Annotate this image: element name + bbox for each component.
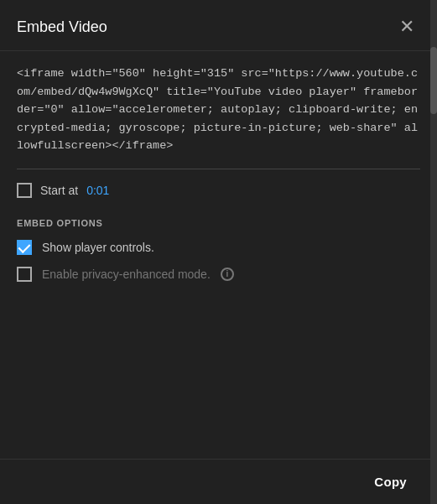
close-icon: ✕ bbox=[399, 16, 414, 38]
scrollbar-track bbox=[430, 0, 437, 504]
embed-code-text[interactable]: <iframe width="560" height="315" src="ht… bbox=[17, 65, 420, 169]
start-at-label: Start at bbox=[40, 184, 78, 197]
start-at-time[interactable]: 0:01 bbox=[86, 184, 109, 197]
close-button[interactable]: ✕ bbox=[393, 13, 420, 40]
show-controls-row: Show player controls. bbox=[17, 240, 420, 255]
modal-body: <iframe width="560" height="315" src="ht… bbox=[0, 51, 437, 459]
modal-footer: Copy bbox=[0, 459, 437, 504]
scrollbar-thumb[interactable] bbox=[430, 47, 437, 114]
start-at-row: Start at 0:01 bbox=[17, 183, 420, 198]
modal-title: Embed Video bbox=[17, 18, 107, 36]
show-controls-checkbox[interactable] bbox=[17, 240, 32, 255]
modal-header: Embed Video ✕ bbox=[0, 0, 437, 51]
embed-options-section: EMBED OPTIONS Show player controls. Enab… bbox=[17, 218, 420, 282]
privacy-mode-checkbox[interactable] bbox=[17, 267, 32, 282]
privacy-mode-label: Enable privacy-enhanced mode. bbox=[42, 268, 211, 281]
privacy-mode-info-icon[interactable]: i bbox=[221, 268, 234, 281]
embed-options-title: EMBED OPTIONS bbox=[17, 218, 420, 228]
show-controls-label: Show player controls. bbox=[42, 241, 154, 254]
embed-video-modal: Embed Video ✕ <iframe width="560" height… bbox=[0, 0, 437, 504]
privacy-mode-row: Enable privacy-enhanced mode. i bbox=[17, 267, 420, 282]
copy-button[interactable]: Copy bbox=[361, 468, 420, 496]
start-at-checkbox[interactable] bbox=[17, 183, 32, 198]
